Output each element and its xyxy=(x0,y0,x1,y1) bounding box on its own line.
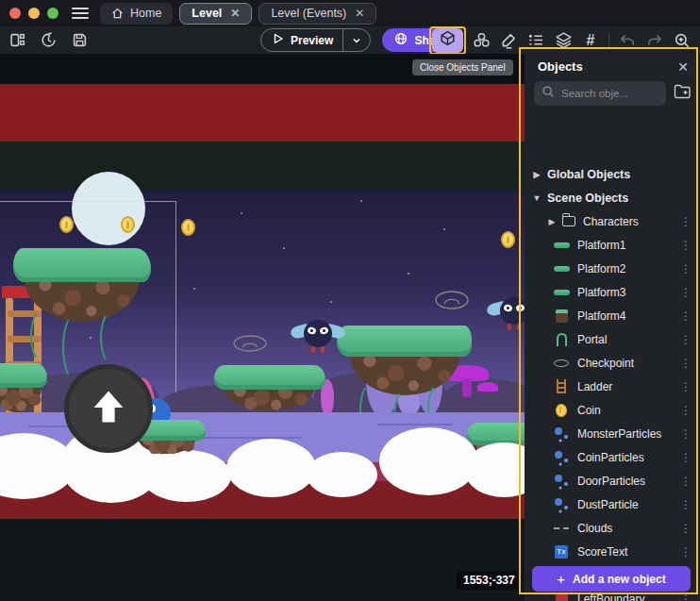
cloud-sprite[interactable] xyxy=(226,439,316,497)
object-menu-icon[interactable] xyxy=(680,357,692,370)
tab-home[interactable]: Home xyxy=(100,3,173,25)
object-menu-icon[interactable] xyxy=(680,380,692,393)
particles-icon xyxy=(553,497,570,512)
window-controls xyxy=(9,8,58,19)
zoom-in-icon[interactable] xyxy=(673,31,692,50)
redo-icon[interactable] xyxy=(645,31,664,50)
chevron-right-icon: ▶ xyxy=(532,170,542,179)
object-row[interactable]: DustParticle xyxy=(525,492,700,516)
object-label: Platform2 xyxy=(577,262,625,275)
object-menu-icon[interactable] xyxy=(680,522,692,535)
scene-editor-canvas[interactable]: 1553;-337 xyxy=(0,54,525,601)
object-row[interactable]: Portal xyxy=(525,327,700,351)
red-square-icon xyxy=(553,592,570,601)
tooltip: Close Objects Panel xyxy=(412,59,513,75)
top-boundary-band xyxy=(0,84,525,142)
object-menu-icon[interactable] xyxy=(680,475,692,488)
objects-panel-toggle-button[interactable] xyxy=(432,28,463,53)
add-new-object-label: Add a new object xyxy=(573,573,666,586)
section-global-objects[interactable]: ▶ Global Objects xyxy=(525,162,700,186)
coin-sprite[interactable] xyxy=(501,231,515,248)
tab-label: Level (Events) xyxy=(271,7,346,20)
object-label: Clouds xyxy=(577,522,612,535)
object-label: Ladder xyxy=(577,380,612,393)
jump-control-button[interactable] xyxy=(64,364,153,453)
object-row[interactable]: ScoreText xyxy=(525,540,700,563)
monster-sprite[interactable] xyxy=(487,295,525,335)
preview-options-dropdown[interactable] xyxy=(342,29,370,51)
home-icon xyxy=(111,8,124,20)
layers-icon[interactable] xyxy=(554,31,573,50)
platform-island[interactable] xyxy=(0,363,47,414)
history-icon[interactable] xyxy=(39,31,58,50)
coin-sprite[interactable] xyxy=(121,216,135,233)
grid-icon[interactable]: # xyxy=(581,31,600,50)
object-row[interactable]: DoorParticles xyxy=(525,469,700,492)
ladder-icon xyxy=(553,379,570,394)
object-row[interactable]: Checkpoint xyxy=(525,351,700,375)
minimize-window-button[interactable] xyxy=(28,8,40,19)
object-label: Platform4 xyxy=(577,309,625,323)
object-menu-icon[interactable] xyxy=(680,498,692,511)
instances-list-icon[interactable] xyxy=(526,31,545,50)
object-menu-icon[interactable] xyxy=(680,215,692,228)
object-row[interactable]: Ladder xyxy=(525,375,700,398)
object-menu-icon[interactable] xyxy=(680,593,692,601)
open-properties-panel-icon[interactable] xyxy=(8,31,26,50)
coin-sprite[interactable] xyxy=(59,216,74,233)
maximize-window-button[interactable] xyxy=(47,8,58,19)
close-panel-icon[interactable]: ✕ xyxy=(677,60,689,74)
object-menu-icon[interactable] xyxy=(680,333,692,346)
section-scene-objects[interactable]: ▼ Scene Objects xyxy=(525,186,700,209)
close-tab-icon[interactable]: ✕ xyxy=(355,7,364,20)
object-label: Coin xyxy=(577,404,601,417)
object-menu-icon[interactable] xyxy=(680,309,692,323)
menu-icon[interactable] xyxy=(72,8,89,19)
object-row[interactable]: MonsterParticles xyxy=(525,422,700,445)
object-groups-icon[interactable] xyxy=(472,31,491,50)
object-menu-icon[interactable] xyxy=(680,262,692,275)
object-row[interactable]: Platform4 xyxy=(525,304,700,327)
object-menu-icon[interactable] xyxy=(680,427,692,441)
paint-brush-icon[interactable] xyxy=(499,31,518,50)
object-row[interactable]: Platform3 xyxy=(525,280,700,304)
folder-characters[interactable]: ▶ Characters xyxy=(525,209,700,233)
search-input[interactable]: Search obje... xyxy=(534,81,666,106)
object-menu-icon[interactable] xyxy=(680,451,692,464)
tab-level[interactable]: Level ✕ xyxy=(179,3,252,25)
object-row[interactable]: CoinParticles xyxy=(525,445,700,469)
tab-level-events[interactable]: Level (Events) ✕ xyxy=(258,3,376,25)
object-menu-icon[interactable] xyxy=(680,286,692,299)
close-tab-icon[interactable]: ✕ xyxy=(230,7,240,20)
close-window-button[interactable] xyxy=(9,8,21,19)
particles-icon xyxy=(553,450,570,465)
cloud-sprite[interactable] xyxy=(307,452,377,497)
preview-button[interactable]: Preview xyxy=(261,33,342,47)
tab-label: Home xyxy=(130,7,161,20)
platform-island[interactable] xyxy=(13,248,151,371)
coin-sprite[interactable] xyxy=(181,219,195,236)
checkpoint-sprite[interactable] xyxy=(232,334,268,353)
cloud-sprite[interactable] xyxy=(142,450,231,502)
object-label: Checkpoint xyxy=(577,357,634,370)
platform-island[interactable] xyxy=(214,365,325,412)
section-label: Scene Objects xyxy=(547,192,628,205)
add-folder-icon[interactable] xyxy=(674,84,691,103)
object-menu-icon[interactable] xyxy=(680,239,692,252)
cloud-sprite[interactable] xyxy=(379,427,478,495)
undo-icon[interactable] xyxy=(618,31,637,50)
object-row[interactable]: Clouds xyxy=(525,516,700,540)
preview-label: Preview xyxy=(291,34,333,47)
object-row[interactable]: Platform2 xyxy=(525,257,700,280)
save-icon[interactable] xyxy=(70,31,89,50)
add-new-object-button[interactable]: + Add a new object xyxy=(532,566,691,592)
object-row[interactable]: Coin xyxy=(525,398,700,422)
objects-panel-title: Objects xyxy=(538,59,583,74)
arrow-up-icon xyxy=(88,386,129,431)
monster-sprite[interactable] xyxy=(291,318,345,358)
object-menu-icon[interactable] xyxy=(680,545,692,559)
object-menu-icon[interactable] xyxy=(680,404,692,417)
checkpoint-sprite[interactable] xyxy=(434,290,470,310)
app-window: Home Level ✕ Level (Events) ✕ xyxy=(0,0,700,601)
object-row[interactable]: Platform1 xyxy=(525,233,700,257)
